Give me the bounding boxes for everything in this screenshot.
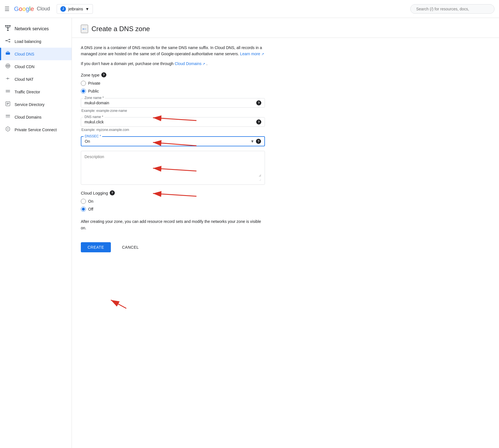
dns-name-help-icon[interactable]: ?	[256, 119, 261, 124]
service-directory-icon	[4, 101, 11, 108]
logging-off-option[interactable]: Off	[81, 207, 265, 212]
zone-type-public-option[interactable]: Public	[81, 89, 265, 94]
traffic-director-icon	[4, 88, 11, 95]
search-input[interactable]	[410, 4, 495, 14]
sidebar-item-cloud-nat[interactable]: Cloud NAT	[0, 73, 72, 86]
sidebar-item-cloud-cdn[interactable]: Cloud CDN	[0, 60, 72, 73]
create-button[interactable]: CREATE	[81, 242, 111, 252]
external-link-icon-2	[202, 61, 205, 66]
cloud-text: Cloud	[37, 6, 50, 12]
load-balancing-icon	[4, 38, 11, 45]
zone-type-public-radio[interactable]	[81, 89, 86, 94]
dns-name-field-wrapper: DNS name * ?	[81, 117, 265, 127]
svg-rect-2	[9, 25, 11, 26]
sidebar-item-label-load-balancing: Load balancing	[15, 39, 41, 44]
main-layout: Network services Load balancing	[0, 18, 499, 448]
dnssec-select[interactable]: Off On Transfer	[85, 139, 252, 144]
svg-rect-0	[5, 25, 7, 26]
google-cloud-logo: G o o g l e Cloud	[14, 5, 50, 13]
sidebar-item-private-service-connect[interactable]: Private Service Connect	[0, 123, 72, 136]
zone-name-field-group: Zone name * ? Example: example-zone-name	[81, 98, 265, 113]
dns-name-input[interactable]	[84, 120, 252, 124]
sidebar-item-cloud-dns[interactable]: Cloud DNS	[0, 48, 72, 60]
cloud-domains-link[interactable]: Cloud Domains	[175, 61, 206, 66]
dnssec-help-icon[interactable]: ?	[256, 139, 261, 144]
zone-type-help-icon[interactable]: ?	[101, 72, 106, 77]
sidebar-header: Network services	[0, 20, 72, 35]
logo-letter-e: e	[31, 5, 34, 13]
private-service-connect-icon	[4, 126, 11, 133]
google-logo: G o o g l e	[14, 5, 34, 13]
sidebar-section-title: Network services	[15, 26, 49, 31]
logging-off-label: Off	[88, 207, 93, 211]
logging-on-option[interactable]: On	[81, 199, 265, 204]
main-content: ← Create a DNS zone A DNS zone is a cont…	[72, 18, 499, 448]
svg-rect-11	[9, 39, 10, 40]
logging-on-label: On	[88, 199, 93, 204]
dns-name-hint: Example: myzone.example.com	[81, 128, 265, 132]
sidebar-item-cloud-domains[interactable]: Cloud Domains	[0, 111, 72, 123]
learn-more-link[interactable]: Learn more	[240, 52, 264, 56]
description-paragraph-1: A DNS zone is a container of DNS records…	[81, 45, 265, 57]
cloud-nat-icon	[4, 76, 11, 83]
cloud-domains-icon	[4, 114, 11, 121]
action-buttons: CREATE CANCEL	[81, 238, 265, 257]
info-text: After creating your zone, you can add re…	[81, 218, 265, 231]
sidebar-item-service-directory[interactable]: Service Directory	[0, 98, 72, 111]
svg-line-14	[7, 41, 9, 42]
logo-letter-o1: o	[19, 5, 22, 13]
topbar: ☰ G o o g l e Cloud J jetbrains ▼	[0, 0, 499, 18]
sidebar-item-label-private-service-connect: Private Service Connect	[15, 128, 57, 132]
dns-name-field-label: DNS name *	[83, 115, 104, 119]
sidebar-item-label-traffic-director: Traffic Director	[15, 90, 40, 94]
svg-rect-15	[6, 52, 10, 55]
logo-letter-o2: o	[22, 5, 26, 13]
zone-type-private-radio[interactable]	[81, 81, 86, 86]
chevron-down-icon: ▼	[85, 7, 89, 11]
svg-rect-12	[9, 41, 10, 42]
zone-name-input[interactable]	[84, 101, 252, 105]
logging-off-radio[interactable]	[81, 207, 86, 212]
zone-type-radio-group: Private Public	[81, 81, 265, 94]
dns-name-field-group: DNS name * ? Example: myzone.example.com	[81, 117, 265, 132]
svg-rect-10	[6, 40, 7, 41]
sidebar-item-label-cloud-domains: Cloud Domains	[15, 115, 42, 119]
sidebar-item-label-cloud-cdn: Cloud CDN	[15, 64, 35, 69]
sidebar-item-label-service-directory: Service Directory	[15, 102, 45, 107]
zone-type-section-label: Zone type ?	[81, 72, 265, 77]
logging-on-radio[interactable]	[81, 199, 86, 204]
cloud-logging-help-icon[interactable]: ?	[110, 190, 115, 195]
dnssec-field-group: DNSSEC * Off On Transfer ▼ ?	[81, 136, 265, 146]
sidebar-item-label-cloud-nat: Cloud NAT	[15, 77, 33, 82]
sidebar-item-traffic-director[interactable]: Traffic Director	[0, 86, 72, 98]
cloud-logging-section-label: Cloud Logging ?	[81, 190, 265, 195]
zone-type-private-label: Private	[88, 81, 100, 86]
cloud-logging-section: Cloud Logging ? On Off	[81, 190, 265, 212]
back-button[interactable]: ←	[81, 25, 88, 33]
cloud-logging-radio-group: On Off	[81, 199, 265, 212]
page-title: Create a DNS zone	[91, 25, 150, 33]
description-paragraph-2: If you don't have a domain yet, purchase…	[81, 61, 265, 67]
cancel-button[interactable]: CANCEL	[115, 242, 146, 252]
project-name: jetbrains	[68, 7, 83, 11]
zone-name-help-icon[interactable]: ?	[256, 100, 261, 105]
zone-name-hint: Example: example-zone-name	[81, 109, 265, 113]
zone-name-field-wrapper: Zone name * ?	[81, 98, 265, 108]
sidebar-item-load-balancing[interactable]: Load balancing	[0, 35, 72, 48]
dnssec-select-wrapper: DNSSEC * Off On Transfer ▼ ?	[81, 136, 265, 146]
sidebar: Network services Load balancing	[0, 18, 72, 448]
zone-type-private-option[interactable]: Private	[81, 81, 265, 86]
description-field-wrapper: ⌟	[81, 151, 265, 185]
zone-name-field-label: Zone name *	[83, 96, 105, 100]
menu-icon[interactable]: ☰	[4, 6, 10, 12]
svg-rect-1	[7, 25, 9, 26]
logo-letter-g: G	[14, 5, 19, 13]
project-avatar: J	[60, 6, 66, 12]
cloud-dns-icon	[4, 50, 11, 57]
svg-rect-4	[7, 30, 9, 31]
description-textarea[interactable]	[84, 154, 261, 177]
form-body: A DNS zone is a container of DNS records…	[72, 38, 274, 264]
project-selector[interactable]: J jetbrains ▼	[57, 4, 93, 14]
dnssec-field-label: DNSSEC *	[84, 134, 102, 138]
svg-line-13	[7, 40, 9, 41]
